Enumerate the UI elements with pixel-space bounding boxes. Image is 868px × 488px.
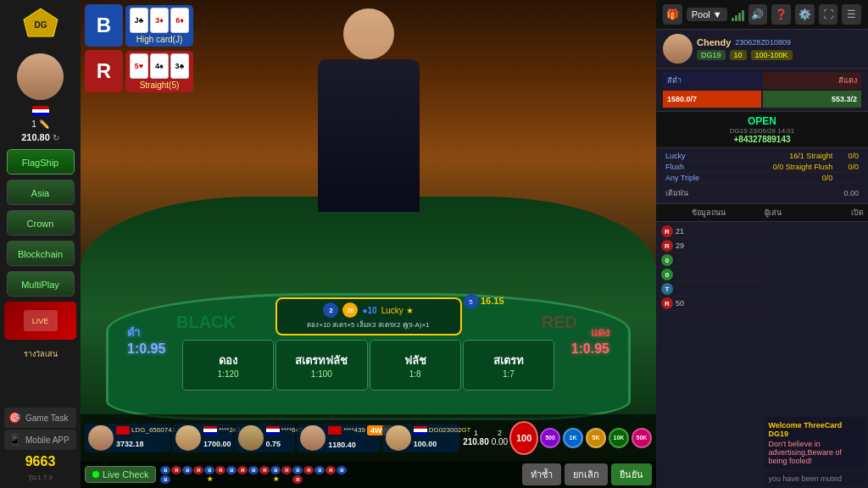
reward-section[interactable]: รางวัลเสน [0, 342, 81, 363]
hcell-b9: B [337, 466, 347, 474]
hcircle-r21: R [661, 225, 673, 237]
lucky-sub: ดอง×10 สเตร×5 เล็มX3 สเตรX2 คู่(9-A)×1 [284, 319, 453, 330]
cancel-button[interactable]: ยกเลิก [565, 463, 608, 485]
current-player-num: 1 [474, 429, 478, 437]
nav-asia[interactable]: Asia [7, 180, 75, 205]
dealer-avatar [663, 34, 693, 64]
current-balance: 210.80 [463, 437, 489, 446]
hcell-empty-7 [248, 475, 259, 484]
live-show-label: LIVE [32, 317, 49, 325]
nav-crown[interactable]: Crown [7, 210, 75, 236]
dealer-info-section: Chendy 230628Z010809 DG19 10 100-100K [656, 30, 868, 69]
player-chip-1: LDG_6560743.★ 3732.18 [85, 424, 170, 452]
top-bar: 🎁 Pool ▼ 🔊 ❓ ⚙️ ⛶ ☰ [656, 0, 868, 30]
chip-1000[interactable]: 1K [563, 428, 583, 448]
nav-flagship[interactable]: FlagShip [7, 149, 75, 175]
chip-5000[interactable]: 5K [586, 428, 606, 448]
hcircle-g0-2: 0 [661, 269, 673, 280]
hcell-empty-1 [171, 475, 181, 484]
blue-card-2: 3♦ [150, 8, 169, 33]
history-item-g0-1: 0 [659, 253, 760, 268]
dealer-body [318, 59, 420, 212]
players-row: LDG_6560743.★ 3732.18 ****243 1700.00 [81, 414, 656, 461]
player-amount-4: 1180.40 [328, 441, 356, 449]
bet-zone-flush[interactable]: ฟลัช 1:8 [370, 340, 461, 391]
history-bid-label: เปิด [851, 207, 864, 219]
edit-icon[interactable]: ✏️ [39, 119, 49, 129]
hcell-r1: R [171, 466, 181, 474]
game-container: DG 1 ✏️ 210.80 ↻ FlagShip Asia Crown Blo… [0, 0, 868, 488]
nav-blockchain[interactable]: Blockchain [7, 241, 75, 266]
history-item-g0-2: 0 [659, 268, 760, 282]
player-score-chip[interactable]: 100 [509, 421, 538, 455]
signal-bar-2 [735, 15, 737, 21]
dg-info-text: DG19 23/06/28 14:01 [663, 127, 861, 135]
do-button[interactable]: ทำซ้ำ [522, 463, 561, 485]
nav-mobile-app[interactable]: 📱 Mobile APP [4, 430, 76, 450]
dealer-head [343, 8, 394, 59]
bet-zone-straight-name: สเตรท [493, 352, 524, 369]
bet-zone-straight-flush[interactable]: สเตรทฟลัช 1:100 [275, 340, 367, 391]
hcell-r2: R [193, 466, 203, 474]
bet-zone-straight[interactable]: สเตรท 1:7 [463, 340, 554, 391]
lucky-zone[interactable]: 2 20 ●10 Lucky ★ 5 16.15 ดอง×10 สเตร×5 เ… [275, 297, 462, 336]
signal-bar-3 [738, 13, 741, 21]
history-section: ข้อมูลถนน ผู้เล่น เปิด R 21 R 29 [656, 204, 868, 488]
hcell-b3: B [204, 466, 214, 474]
dealer-name: Chendy [697, 37, 731, 47]
pool-button[interactable]: Pool ▼ [687, 8, 727, 21]
hcell-empty-4 [215, 475, 225, 484]
hcircle-g0-1: 0 [661, 254, 673, 266]
hnum-21: 21 [676, 227, 693, 236]
blue-cards-row: J♣ 3♦ 6♦ [130, 8, 189, 33]
hcell-empty-2 [182, 475, 192, 484]
lucky-right-num: 5 [464, 294, 479, 309]
pool-label: Pool [692, 9, 710, 19]
expand-icon[interactable]: ⛶ [819, 4, 838, 25]
red-cards-row: 5♥ 4♠ 3♣ [130, 53, 189, 79]
help-icon[interactable]: ❓ [771, 4, 791, 25]
live-check-dot [92, 471, 99, 478]
live-check-button[interactable]: Live Check [85, 466, 156, 483]
bet-zone-dong[interactable]: ดอง 1:120 [182, 340, 274, 391]
bet-zones-row: ดอง 1:120 สเตรทฟลัช 1:100 ฟลัช 1:8 สเตรท… [182, 340, 554, 391]
chip-500[interactable]: 500 [540, 428, 560, 448]
version-info: รุ่น:1.7.9 [25, 469, 56, 485]
red-label: แดง [571, 324, 609, 341]
score-section: สีดำ สีแดง 1580.0/7 553.3/2 [656, 69, 868, 112]
player-chip-5: DG023002GT 100.00 [382, 424, 459, 452]
history-item-r29: R 29 [659, 239, 760, 253]
refresh-icon[interactable]: ↻ [53, 133, 59, 142]
player-flag-2 [203, 426, 217, 435]
phone-number: +84327889143 [663, 135, 861, 144]
player-amount-5: 100.00 [414, 440, 437, 448]
player-amount-1: 3732.18 [116, 440, 144, 448]
hcell-r6: R [281, 466, 292, 474]
nav-multiplay[interactable]: MultiPlay [7, 271, 75, 297]
info-panel: Welcome ThreeCard DG19 Don't believe in … [765, 417, 866, 469]
chip-50000[interactable]: 50K [632, 428, 652, 448]
muted-text: you have been muted [769, 474, 843, 483]
bet-zone-dong-name: ดอง [219, 352, 237, 369]
hcell-b7: B [292, 466, 303, 474]
player-name-4: ****439 [343, 426, 365, 434]
extra-bet-row: เดิมพัน 0.00 [663, 186, 861, 201]
hnum-29: 29 [676, 241, 693, 250]
confirm-button[interactable]: ยืนยัน [611, 463, 652, 485]
player-chip-4: ****439 4WIN 1180.40 [297, 424, 381, 452]
gift-icon[interactable]: 🎁 [663, 4, 682, 25]
player-amount-3: 0.75 [266, 440, 281, 448]
menu-icon[interactable]: ☰ [842, 4, 861, 25]
live-show-banner[interactable]: LIVE [4, 302, 76, 340]
player-avatar-2 [175, 425, 201, 451]
red-hand: R 5♥ 4♠ 3♣ Straight(5) [85, 50, 193, 92]
hcell-star1: ★ [204, 475, 214, 484]
player-chip-3: ****645 0.75 [235, 424, 296, 452]
volume-icon[interactable]: 🔊 [748, 4, 768, 25]
chip-10000[interactable]: 10K [609, 428, 629, 448]
player-avatar-3 [238, 425, 264, 451]
nav-game-task[interactable]: 🎯 Game Task [4, 408, 76, 428]
blue-card-1: J♣ [130, 8, 148, 33]
current-player-area: 1 210.80 2 0.00 [463, 429, 508, 446]
settings-icon[interactable]: ⚙️ [795, 4, 815, 25]
